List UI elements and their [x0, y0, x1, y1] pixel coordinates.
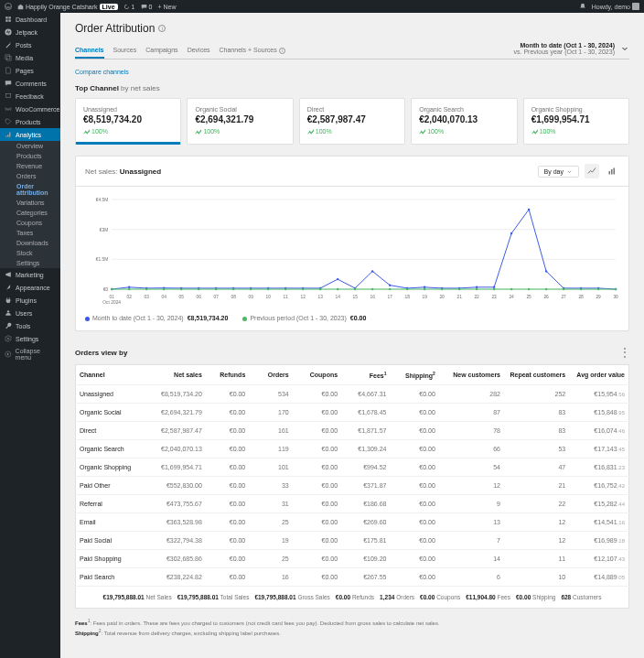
kebab-menu-icon[interactable]: ⋮ [619, 346, 629, 359]
sidebar-item-posts[interactable]: Posts [0, 38, 60, 51]
table-row[interactable]: Direct€2,587,987.47€0.00161€0.00€1,871.5… [76, 422, 629, 440]
table-header[interactable]: Orders [249, 365, 292, 385]
svg-point-2 [5, 28, 11, 35]
sub-variations[interactable]: Variations [0, 198, 60, 208]
table-row[interactable]: Referral€473,755.67€0.0031€0.00€186.68€0… [76, 495, 629, 513]
svg-point-87 [250, 288, 252, 290]
sub-categories[interactable]: Categories [0, 208, 60, 218]
info-icon[interactable]: i [158, 25, 166, 32]
updates-icon[interactable]: 1 [123, 4, 135, 10]
tab-channels-sources[interactable]: Channels + Sourcesi [220, 43, 285, 58]
table-row[interactable]: Unassigned€8,519,734.20€0.00534€0.00€4,6… [76, 385, 629, 404]
svg-point-108 [615, 288, 617, 290]
channel-card[interactable]: Unassigned €8,519,734.20 100% [75, 98, 181, 145]
new-content[interactable]: + New [157, 4, 176, 10]
sidebar-item-users[interactable]: Users [0, 307, 60, 319]
sub-products[interactable]: Products [0, 151, 60, 161]
svg-text:22: 22 [474, 295, 479, 299]
sub-order-attribution[interactable]: Order attribution [0, 181, 60, 198]
sidebar-item-dashboard[interactable]: Dashboard [0, 13, 60, 26]
table-row[interactable]: Paid Other€552,830.00€0.0033€0.00€371.87… [76, 477, 629, 495]
table-header[interactable]: New customers [439, 365, 504, 385]
channel-card[interactable]: Direct €2,587,987.47 100% [299, 98, 405, 145]
sidebar-item-marketing[interactable]: Marketing [0, 268, 60, 281]
svg-rect-1 [632, 3, 639, 10]
table-header[interactable]: Repeat customers [504, 365, 569, 385]
svg-text:27: 27 [561, 295, 566, 299]
card-trend: 100% [195, 128, 284, 135]
table-header[interactable]: Net sales [141, 365, 206, 385]
sidebar-item-products[interactable]: Products [0, 115, 60, 128]
svg-point-84 [198, 288, 199, 290]
sub-taxes[interactable]: Taxes [0, 228, 60, 238]
svg-text:14: 14 [335, 295, 340, 299]
table-row[interactable]: Organic Social€2,694,321.79€0.00170€0.00… [76, 404, 629, 422]
sidebar-item-plugins[interactable]: Plugins [0, 294, 60, 307]
sidebar-item-appearance[interactable]: Appearance [0, 281, 60, 294]
sidebar-item-media[interactable]: Media [0, 51, 60, 64]
table-header[interactable]: Refunds [206, 365, 249, 385]
sidebar-item-jetpack[interactable]: Jetpack [0, 26, 60, 38]
tab-channels[interactable]: Channels [75, 43, 104, 59]
channel-card[interactable]: Organic Shopping €1,699,954.71 100% [523, 98, 629, 145]
tab-campaigns[interactable]: Campaigns [145, 43, 177, 58]
svg-text:09: 09 [248, 295, 253, 299]
svg-point-5 [7, 338, 9, 340]
table-header[interactable]: Avg order value [569, 365, 628, 385]
table-row[interactable]: Organic Shopping€1,699,954.71€0.00101€0.… [76, 458, 629, 477]
sub-downloads[interactable]: Downloads [0, 238, 60, 248]
table-row[interactable]: Organic Search€2,040,070.13€0.00119€0.00… [76, 440, 629, 458]
sidebar-item-comments[interactable]: Comments [0, 77, 60, 90]
compare-channels-link[interactable]: Compare channels [75, 69, 129, 75]
sub-overview[interactable]: Overview [0, 141, 60, 151]
sidebar-item-pages[interactable]: Pages [0, 64, 60, 77]
table-header[interactable]: Shipping2 [390, 365, 438, 385]
sub-revenue[interactable]: Revenue [0, 161, 60, 171]
sidebar-item-woocommerce[interactable]: WooCommerce [0, 102, 60, 115]
svg-point-4 [7, 310, 9, 312]
sidebar-item-tools[interactable]: Tools [0, 319, 60, 332]
table-row[interactable]: Email€363,528.98€0.0025€0.00€269.60€0.00… [76, 513, 629, 532]
table-row[interactable]: Paid Social€322,794.38€0.0019€0.00€175.8… [76, 532, 629, 550]
tab-sources[interactable]: Sources [113, 43, 137, 58]
comments-icon[interactable]: 0 [141, 4, 153, 10]
table-header[interactable]: Fees1 [341, 365, 390, 385]
channel-card[interactable]: Organic Search €2,040,070.13 100% [411, 98, 517, 145]
date-range-picker[interactable]: Month to date (Oct 1 - 30, 2024) vs. Pre… [514, 42, 630, 59]
sidebar-item-settings[interactable]: Settings [0, 332, 60, 345]
collapse-menu[interactable]: Collapse menu [0, 345, 60, 363]
sub-settings[interactable]: Settings [0, 258, 60, 268]
table-row[interactable]: Paid Shopping€302,685.86€0.0025€0.00€109… [76, 550, 629, 568]
sub-stock[interactable]: Stock [0, 248, 60, 258]
svg-text:€0: €0 [103, 287, 109, 292]
report-tabs: Channels Sources Campaigns Devices Chann… [75, 43, 285, 58]
info-icon[interactable]: i [279, 48, 285, 54]
sub-orders[interactable]: Orders [0, 171, 60, 181]
tab-devices[interactable]: Devices [188, 43, 210, 58]
bar-chart-icon[interactable] [605, 164, 619, 178]
svg-point-107 [597, 288, 599, 290]
channel-card[interactable]: Organic Social €2,694,321.79 100% [187, 98, 293, 145]
svg-text:07: 07 [213, 295, 219, 299]
svg-text:17: 17 [387, 295, 392, 299]
svg-point-103 [528, 288, 530, 290]
sidebar-item-analytics[interactable]: Analytics [0, 128, 60, 141]
notifications-icon[interactable] [579, 3, 586, 10]
wp-logo-icon[interactable] [5, 3, 12, 10]
svg-point-64 [371, 270, 373, 272]
card-value: €8,519,734.20 [83, 114, 173, 124]
table-header[interactable]: Channel [76, 365, 141, 385]
svg-text:23: 23 [491, 295, 497, 299]
line-chart-icon[interactable] [585, 164, 599, 178]
table-row[interactable]: Paid Search€238,224.82€0.0016€0.00€267.5… [76, 568, 629, 587]
howdy-user[interactable]: Howdy, demo [592, 3, 639, 10]
svg-text:20: 20 [439, 295, 445, 299]
interval-select[interactable]: By day [538, 166, 579, 178]
svg-point-67 [424, 286, 425, 288]
table-header[interactable]: Coupons [293, 365, 341, 385]
sidebar-item-feedback[interactable]: Feedback [0, 90, 60, 102]
sub-coupons[interactable]: Coupons [0, 218, 60, 228]
svg-point-95 [389, 288, 391, 290]
site-name[interactable]: Happily Orange Catshark Live [17, 4, 118, 10]
svg-text:02: 02 [126, 295, 132, 299]
